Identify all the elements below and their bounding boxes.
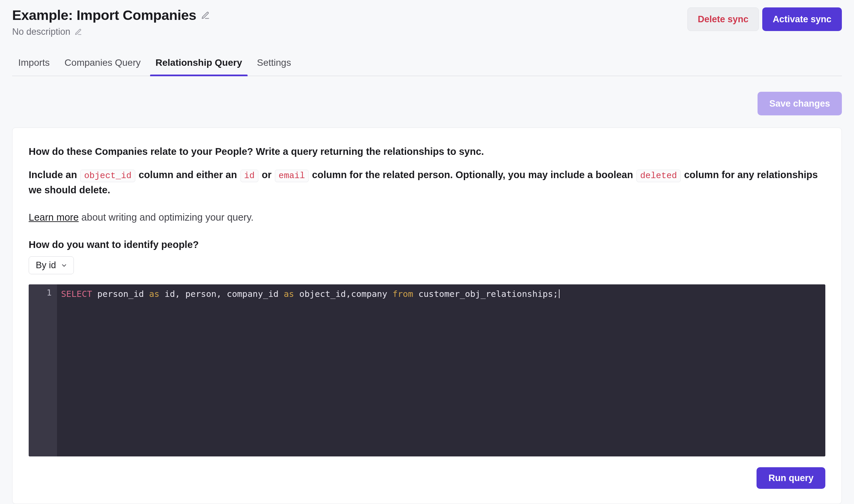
tok-from: from [393,289,413,299]
learn-more-tail: about writing and optimizing your query. [78,212,254,223]
code-email: email [275,170,309,182]
identify-select-value: By id [36,260,56,271]
save-changes-button[interactable]: Save changes [758,92,842,115]
identify-select[interactable]: By id [29,256,74,274]
activate-sync-button[interactable]: Activate sync [762,7,842,31]
tab-companies-query[interactable]: Companies Query [64,53,141,76]
code-id: id [240,170,258,182]
edit-description-icon[interactable] [75,28,82,36]
title-block: Example: Import Companies No description [12,7,210,37]
code-line-1: SELECT person_id as id, person, company_… [60,288,821,300]
run-query-button[interactable]: Run query [757,467,825,489]
instruction-line-1: How do these Companies relate to your Pe… [29,144,825,159]
code-object-id: object_id [80,170,135,182]
instr-text: column for the related person. Optionall… [309,169,636,180]
learn-more-link[interactable]: Learn more [29,212,78,223]
identify-question: How do you want to identify people? [29,239,825,250]
tok-as: as [284,289,294,299]
edit-title-icon[interactable] [201,11,210,20]
learn-more-line: Learn more about writing and optimizing … [29,212,825,223]
tab-imports[interactable]: Imports [18,53,50,76]
tok: customer_obj_relationships; [413,289,558,299]
editor-code-area[interactable]: SELECT person_id as id, person, company_… [57,284,825,456]
tok-select: SELECT [61,289,92,299]
tabs: Imports Companies Query Relationship Que… [12,53,842,76]
tok-as: as [149,289,160,299]
tab-settings[interactable]: Settings [256,53,292,76]
page-title: Example: Import Companies [12,7,196,23]
editor-cursor [559,289,560,298]
instr-text: or [259,169,274,180]
instr-text: column and either an [136,169,240,180]
tok: id, person, company_id [160,289,284,299]
instr-text: Include an [29,169,79,180]
sql-editor[interactable]: 1 SELECT person_id as id, person, compan… [29,284,825,456]
chevron-down-icon [61,262,68,269]
tab-relationship-query[interactable]: Relationship Query [155,53,243,76]
page-header: Example: Import Companies No description… [12,7,842,37]
instruction-line-2: Include an object_id column and either a… [29,167,825,198]
tok: object_id,company [294,289,393,299]
instructions: How do these Companies relate to your Pe… [29,144,825,223]
editor-gutter: 1 [29,284,57,456]
query-card: How do these Companies relate to your Pe… [12,127,842,504]
tok: person_id [92,289,149,299]
code-deleted: deleted [636,170,680,182]
page-subtitle: No description [12,26,71,37]
delete-sync-button[interactable]: Delete sync [687,7,759,31]
line-number: 1 [29,288,52,298]
